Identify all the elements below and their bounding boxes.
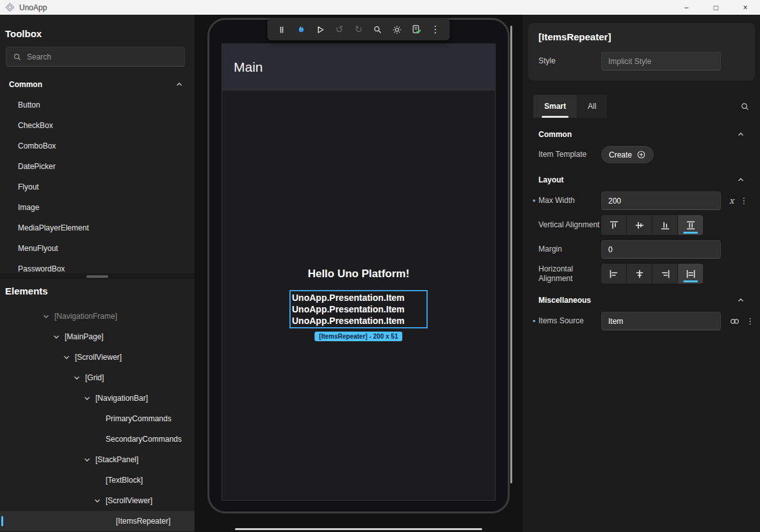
chevron-down-icon[interactable] [73,374,85,382]
undo-icon: ↺ [336,24,344,35]
elements-section: Elements [NavigationFrame] [MainPage] [S… [0,279,195,532]
toolbox-item-image[interactable]: Image [0,197,195,218]
tree-item-mainpage[interactable]: [MainPage] [0,326,195,347]
chevron-down-icon[interactable] [42,312,54,320]
horizontal-alignment-label: Horizontal Alignment [538,264,601,284]
items-source-row: • Items Source ⋮ [533,312,755,330]
tree-item-label: PrimaryCommands [106,414,172,423]
tree-item-label: [MainPage] [65,332,104,341]
section-miscellaneous[interactable]: Miscellaneous [533,289,755,312]
toolbox-search[interactable] [6,47,185,67]
toolbox-item-flyout[interactable]: Flyout [0,177,195,197]
chevron-down-icon[interactable] [53,333,64,341]
halign-stretch-button[interactable] [678,264,703,284]
valign-bottom-button[interactable] [652,215,677,235]
element-inspect-button[interactable] [371,21,385,38]
section-label: Layout [538,175,563,184]
tree-item-label: [ScrollViewer] [75,353,122,362]
app-preview-screen[interactable]: Main Hello Uno Platform! UnoApp.Presenta… [222,44,496,501]
splitter-handle[interactable] [86,275,108,278]
canvas-vertical-scrollbar[interactable] [510,26,512,483]
style-input[interactable] [601,52,721,70]
binding-rings-icon[interactable] [729,317,740,326]
panel-splitter[interactable] [0,273,195,279]
design-canvas: ↺ ↻ ⋮ Main Hello Uno Platform! UnoApp.Pr… [195,15,522,532]
tree-item-stackpanel[interactable]: [StackPanel] [0,449,195,470]
tab-all[interactable]: All [577,95,607,118]
tree-item-navigationbar[interactable]: [NavigationBar] [0,388,195,408]
status-check-button[interactable] [410,21,423,38]
toolbox-item-button[interactable]: Button [0,95,195,115]
valign-top-button[interactable] [601,215,626,235]
window-controls: − □ × [672,0,760,15]
plus-circle-icon [636,150,646,159]
hot-design-flame-button[interactable] [295,21,308,38]
tab-label: All [588,102,596,111]
toolbox-item-menuflyout[interactable]: MenuFlyout [0,238,195,259]
toolbox-item-datepicker[interactable]: DatePicker [0,156,195,177]
tree-item-primarycommands[interactable]: PrimaryCommands [0,408,195,429]
close-button[interactable]: × [731,0,760,15]
tree-item-textblock[interactable]: [TextBlock] [0,470,195,490]
repeater-item[interactable]: UnoApp.Presentation.Item [292,292,426,303]
toolbox-item-mediaplayerelement[interactable]: MediaPlayerElement [0,218,195,238]
tree-item-navigationframe[interactable]: [NavigationFrame] [0,306,195,326]
canvas-horizontal-scrollbar[interactable] [235,528,482,530]
halign-left-button[interactable] [601,264,626,284]
pause-button[interactable] [275,21,289,38]
create-item-template-button[interactable]: Create [601,146,654,163]
max-width-input[interactable] [601,191,721,210]
tree-item-scrollviewer[interactable]: [ScrollViewer] [0,347,195,367]
tree-item-grid[interactable]: [Grid] [0,367,195,388]
margin-input[interactable] [601,240,721,259]
properties-tabs: Smart All [533,95,750,118]
maximize-button[interactable]: □ [701,0,731,15]
more-options-button[interactable]: ⋮ [429,21,442,38]
tree-item-secondarycommands[interactable]: SecondaryCommands [0,429,195,449]
undo-button[interactable]: ↺ [333,21,346,38]
toolbox-item-passwordbox[interactable]: PasswordBox [0,259,195,273]
minimize-button[interactable]: − [672,0,701,15]
align-bottom-icon [660,220,670,230]
chevron-up-icon [737,176,745,184]
play-button[interactable] [314,21,327,38]
tab-label: Smart [544,102,566,111]
toolbox-item-combobox[interactable]: ComboBox [0,136,195,156]
toolbox-group-common[interactable]: Common [0,74,195,95]
items-source-input[interactable] [601,312,721,330]
valign-stretch-button[interactable] [678,215,703,235]
chevron-down-icon[interactable] [93,497,105,504]
section-layout[interactable]: Layout [533,168,755,191]
repeater-item[interactable]: UnoApp.Presentation.Item [292,303,426,315]
more-icon: ⋮ [431,24,441,35]
search-input[interactable] [27,52,178,61]
theme-toggle-button[interactable] [391,21,404,38]
tab-smart[interactable]: Smart [533,95,577,118]
hello-text[interactable]: Hello Uno Platform! [222,268,495,280]
chevron-down-icon[interactable] [83,394,95,402]
redo-button[interactable]: ↻ [352,21,366,38]
chevron-down-icon[interactable] [83,456,95,463]
section-common[interactable]: Common [533,123,755,146]
tree-item-scrollviewer-2[interactable]: [ScrollViewer] [0,490,195,511]
halign-right-button[interactable] [652,264,677,284]
property-menu-icon[interactable]: ⋮ [746,316,754,326]
minimize-icon: − [684,3,688,12]
chevron-down-icon[interactable] [63,353,74,361]
binding-x-icon[interactable]: x [729,196,734,206]
property-menu-icon[interactable]: ⋮ [740,196,748,206]
tree-item-itemsrepeater[interactable]: [ItemsRepeater] [0,511,195,531]
align-horizontal-center-icon [635,269,645,279]
align-top-icon [609,220,619,230]
toolbox-item-label: MenuFlyout [18,244,58,253]
repeater-item[interactable]: UnoApp.Presentation.Item [292,315,426,326]
itemsrepeater-selection[interactable]: UnoApp.Presentation.Item UnoApp.Presenta… [289,290,428,328]
app-nav-bar: Main [222,44,495,90]
properties-search-button[interactable] [740,102,750,111]
toolbox-item-checkbox[interactable]: CheckBox [0,115,195,136]
valign-center-button[interactable] [627,215,652,235]
margin-label: Margin [538,245,601,254]
align-right-icon [660,269,670,279]
align-vertical-stretch-icon [686,220,696,230]
halign-center-button[interactable] [627,264,652,284]
